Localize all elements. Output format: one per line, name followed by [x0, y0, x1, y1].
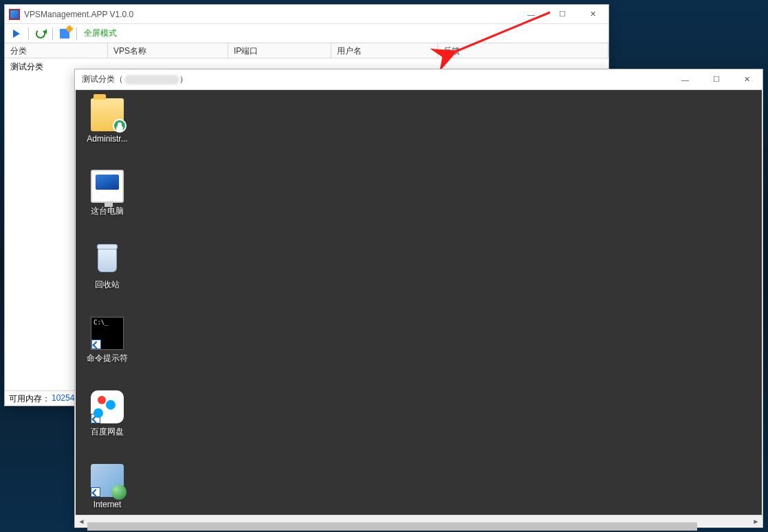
- icon-label: Administr...: [87, 134, 127, 144]
- scroll-left-button[interactable]: ◄: [76, 516, 87, 527]
- scroll-right-button[interactable]: ►: [750, 516, 762, 527]
- col-category[interactable]: 分类: [5, 43, 108, 58]
- fullscreen-mode-button[interactable]: 全屏模式: [84, 27, 117, 39]
- command-prompt-icon: [91, 317, 124, 350]
- rdp-window-controls: — ☐ ✕: [670, 70, 762, 89]
- refresh-icon: [36, 29, 45, 38]
- toolbar-separator: [28, 27, 29, 40]
- rdp-title-ip-blurred: [124, 75, 179, 85]
- icon-label: 回收站: [95, 280, 120, 289]
- vps-grid-header: 分类 VPS名称 IP端口 用户名 反馈: [5, 43, 608, 58]
- recycle-bin-icon: [91, 243, 124, 276]
- desktop-icon-recycle-bin[interactable]: 回收站: [81, 243, 133, 291]
- col-feedback[interactable]: 反馈: [438, 43, 608, 58]
- play-button[interactable]: [9, 26, 24, 41]
- rdp-titlebar[interactable]: 测试分类（ ） — ☐ ✕: [75, 69, 762, 90]
- maximize-button[interactable]: ☐: [701, 70, 732, 89]
- baidu-netdisk-icon: [91, 390, 124, 423]
- iis-manager-icon: [91, 464, 124, 497]
- shortcut-overlay-icon: [91, 340, 101, 349]
- edit-button[interactable]: [57, 26, 72, 41]
- shortcut-overlay-icon: [91, 414, 100, 423]
- desktop-icon-this-pc[interactable]: 这台电脑: [81, 170, 133, 217]
- minimize-button[interactable]: —: [516, 5, 547, 24]
- icon-label: Internet: [94, 500, 122, 509]
- vps-toolbar: 全屏模式: [5, 24, 608, 43]
- vps-titlebar[interactable]: VPSManagement.APP V1.0.0 — ☐ ✕: [5, 5, 608, 24]
- user-folder-icon: [91, 98, 124, 131]
- desktop-icon-baidu-netdisk[interactable]: 百度网盘: [81, 390, 133, 438]
- rdp-title-prefix: 测试分类（: [82, 74, 123, 85]
- maximize-button[interactable]: ☐: [547, 5, 578, 24]
- col-ip-port[interactable]: IP端口: [228, 43, 331, 58]
- edit-icon: [60, 29, 69, 38]
- close-button[interactable]: ✕: [578, 5, 608, 24]
- close-button[interactable]: ✕: [732, 70, 762, 89]
- remote-desktop-surface[interactable]: Administr... 这台电脑 回收站 命令提示符 百度网盘 Interne: [76, 90, 762, 515]
- refresh-button[interactable]: [33, 26, 48, 41]
- horizontal-scrollbar[interactable]: ◄ ►: [76, 515, 762, 527]
- computer-icon: [91, 170, 124, 203]
- col-user[interactable]: 用户名: [331, 43, 438, 58]
- rdp-title-suffix: ）: [179, 74, 188, 85]
- desktop-icon-administrator[interactable]: Administr...: [81, 98, 133, 144]
- icon-label: 命令提示符: [87, 353, 128, 363]
- shortcut-overlay-icon: [91, 487, 100, 497]
- toolbar-separator: [52, 27, 53, 40]
- app-icon: [9, 9, 20, 20]
- desktop-icon-cmd[interactable]: 命令提示符: [81, 317, 133, 364]
- play-icon: [13, 30, 20, 38]
- remote-desktop-window: 测试分类（ ） — ☐ ✕ Administr... 这台电脑 回收站: [74, 69, 763, 528]
- status-mem-value: 10254: [52, 393, 74, 403]
- scrollbar-thumb[interactable]: [87, 522, 697, 531]
- vps-title-text: VPSManagement.APP V1.0.0: [24, 10, 516, 19]
- icon-label: 这台电脑: [91, 206, 124, 216]
- vps-window-controls: — ☐ ✕: [516, 5, 608, 24]
- desktop-icon-iis[interactable]: Internet: [81, 464, 133, 509]
- desktop-icons-column: Administr... 这台电脑 回收站 命令提示符 百度网盘 Interne: [81, 98, 133, 509]
- col-vps-name[interactable]: VPS名称: [108, 43, 228, 58]
- minimize-button[interactable]: —: [670, 70, 701, 89]
- status-mem-label: 可用内存：: [9, 393, 50, 403]
- toolbar-separator: [76, 27, 77, 40]
- icon-label: 百度网盘: [91, 427, 124, 436]
